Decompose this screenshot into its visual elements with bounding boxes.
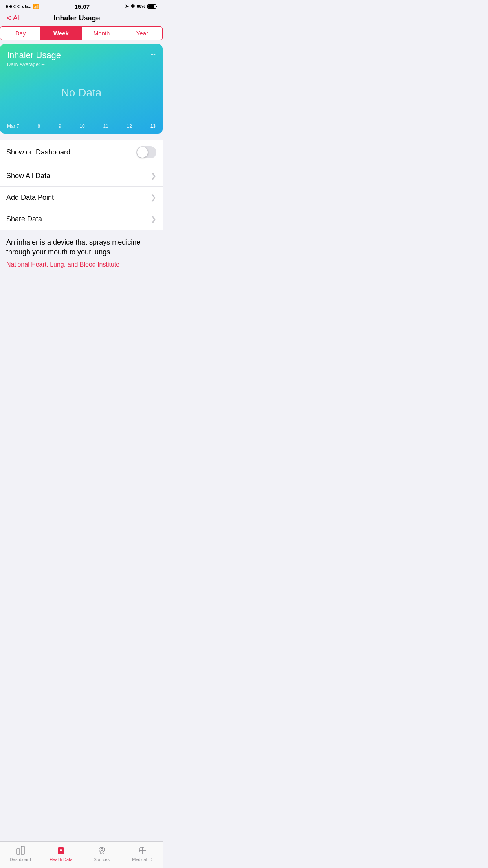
chart-x-labels: Mar 7 8 9 10 11 12 13 <box>7 123 156 129</box>
show-on-dashboard-label: Show on Dashboard <box>6 148 70 156</box>
battery-percent: 86% <box>137 4 145 9</box>
back-chevron-icon: < <box>6 14 11 22</box>
segment-day[interactable]: Day <box>0 27 41 40</box>
location-icon: ➤ <box>125 4 129 9</box>
label-10: 10 <box>79 123 84 129</box>
label-8: 8 <box>37 123 40 129</box>
chart-card: Inhaler Usage Daily Average: -- -- No Da… <box>0 44 163 134</box>
segment-wrapper: Day Week Month Year <box>0 26 163 40</box>
add-data-point-row[interactable]: Add Data Point ❯ <box>0 187 163 208</box>
add-data-point-label: Add Data Point <box>6 193 54 202</box>
add-data-point-chevron-icon: ❯ <box>150 193 156 202</box>
dot1 <box>6 5 8 8</box>
chart-area: No Data <box>7 67 156 118</box>
time-segment-control: Day Week Month Year <box>0 26 163 40</box>
list-section: Show on Dashboard Show All Data ❯ Add Da… <box>0 140 163 230</box>
show-all-data-chevron-icon: ❯ <box>150 171 156 180</box>
dot2 <box>9 5 12 8</box>
chart-divider <box>7 120 156 120</box>
dot3 <box>13 5 16 8</box>
toggle-thumb <box>137 147 148 158</box>
share-data-label: Share Data <box>6 215 42 223</box>
info-section: An inhaler is a device that sprays medic… <box>0 230 163 274</box>
chart-title: Inhaler Usage <box>7 50 156 61</box>
back-button[interactable]: < All <box>6 14 21 22</box>
show-on-dashboard-toggle[interactable] <box>136 146 156 158</box>
clock: 15:07 <box>75 3 90 10</box>
show-all-data-label: Show All Data <box>6 172 50 180</box>
page-title: Inhaler Usage <box>53 14 100 22</box>
share-data-row[interactable]: Share Data ❯ <box>0 208 163 230</box>
label-13: 13 <box>150 123 156 129</box>
label-11: 11 <box>103 123 108 129</box>
segment-year[interactable]: Year <box>122 27 162 40</box>
label-12: 12 <box>127 123 132 129</box>
wifi-icon: 📶 <box>33 4 39 9</box>
carrier-label: dtac <box>22 4 31 9</box>
bluetooth-icon: ✱ <box>131 4 135 9</box>
status-right: ➤ ✱ 86% <box>125 4 157 9</box>
label-9: 9 <box>59 123 61 129</box>
chart-dash-value: -- <box>151 50 156 59</box>
main-content: Day Week Month Year Inhaler Usage Daily … <box>0 26 163 310</box>
back-label: All <box>13 14 21 22</box>
status-bar: dtac 📶 15:07 ➤ ✱ 86% <box>0 0 163 12</box>
chart-subtitle: Daily Average: -- <box>7 61 156 67</box>
show-on-dashboard-row: Show on Dashboard <box>0 140 163 165</box>
info-description: An inhaler is a device that sprays medic… <box>6 237 156 257</box>
dot4 <box>17 5 20 8</box>
segment-week[interactable]: Week <box>41 27 81 40</box>
label-mar7: Mar 7 <box>7 123 19 129</box>
nav-bar: < All Inhaler Usage <box>0 12 163 26</box>
show-all-data-row[interactable]: Show All Data ❯ <box>0 165 163 187</box>
info-link[interactable]: National Heart, Lung, and Blood Institut… <box>6 261 119 268</box>
share-data-chevron-icon: ❯ <box>150 215 156 223</box>
battery-icon <box>147 4 157 9</box>
segment-month[interactable]: Month <box>82 27 122 40</box>
status-left: dtac 📶 <box>6 4 39 9</box>
no-data-label: No Data <box>61 86 102 99</box>
signal-dots <box>6 5 20 8</box>
